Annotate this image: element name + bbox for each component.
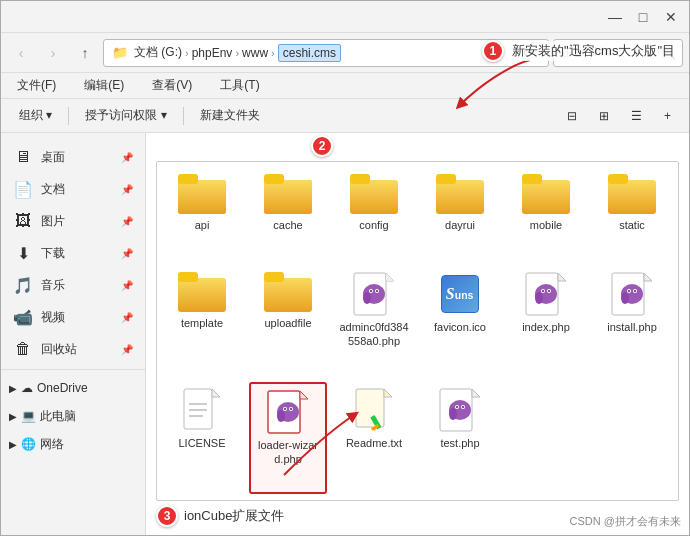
- watermark: CSDN @拼才会有未来: [570, 514, 681, 529]
- file-item-config[interactable]: config: [335, 168, 413, 258]
- forward-button[interactable]: ›: [39, 39, 67, 67]
- file-item-license[interactable]: LICENSE: [163, 382, 241, 494]
- svg-marker-38: [644, 273, 652, 281]
- sidebar-network[interactable]: ▶ 🌐 网络: [1, 430, 145, 458]
- svg-point-40: [621, 292, 629, 304]
- file-name-loader: loader-wizard.php: [255, 438, 321, 467]
- file-item-testphp[interactable]: test.php: [421, 382, 499, 494]
- file-item-favicon[interactable]: S uns favicon.ico: [421, 266, 499, 374]
- pin-icon: 📌: [121, 152, 133, 163]
- svg-marker-51: [300, 391, 308, 399]
- svg-marker-20: [386, 273, 394, 281]
- file-item-api[interactable]: api: [163, 168, 241, 258]
- dropdown-button[interactable]: ▾: [486, 40, 512, 66]
- folder-icon-static: [608, 174, 656, 214]
- file-name-config: config: [359, 218, 388, 232]
- sidebar-item-recycle[interactable]: 🗑 回收站 📌: [1, 333, 145, 365]
- pictures-icon: 🖼: [13, 212, 33, 230]
- close-button[interactable]: ✕: [661, 7, 681, 27]
- maximize-button[interactable]: □: [633, 7, 653, 27]
- folder-icon-uploadfile: [264, 272, 312, 312]
- file-item-readme[interactable]: Readme.txt: [335, 382, 413, 494]
- svg-rect-17: [264, 272, 284, 282]
- svg-rect-16: [264, 278, 312, 312]
- file-item-loader[interactable]: loader-wizard.php: [249, 382, 327, 494]
- php-icon-test: [439, 388, 481, 432]
- file-item-dayrui[interactable]: dayrui: [421, 168, 499, 258]
- annotation-3-text: ionCube扩展文件: [184, 507, 284, 525]
- sidebar: 🖥 桌面 📌 📄 文档 📌 🖼 图片 📌 ⬇ 下载 📌 🎵 音乐: [1, 133, 146, 535]
- svg-rect-10: [522, 180, 570, 214]
- sidebar-item-downloads[interactable]: ⬇ 下载 📌: [1, 237, 145, 269]
- svg-point-69: [456, 406, 458, 408]
- svg-rect-58: [356, 389, 384, 427]
- file-item-cache[interactable]: cache: [249, 168, 327, 258]
- svg-rect-5: [264, 174, 284, 184]
- svg-point-53: [277, 410, 285, 422]
- search-box[interactable]: 在 ceshi.c... 🔍: [553, 39, 683, 67]
- sidebar-label-videos: 视频: [41, 309, 113, 326]
- back-button[interactable]: ‹: [7, 39, 35, 67]
- organize-button[interactable]: 组织 ▾: [11, 103, 60, 129]
- menu-edit[interactable]: 编辑(E): [76, 73, 132, 99]
- sidebar-item-documents[interactable]: 📄 文档 📌: [1, 173, 145, 205]
- chevron-icon-3: ▶: [9, 439, 17, 450]
- sidebar-item-music[interactable]: 🎵 音乐 📌: [1, 269, 145, 301]
- menu-tools[interactable]: 工具(T): [212, 73, 267, 99]
- file-grid: api cache: [156, 161, 679, 501]
- address-folder-icon: 📁: [112, 45, 128, 60]
- file-item-installphp[interactable]: install.php: [593, 266, 671, 374]
- svg-point-57: [290, 408, 292, 410]
- annotation-2: 2: [311, 135, 333, 157]
- thispc-label: 此电脑: [40, 408, 76, 425]
- file-item-static[interactable]: static: [593, 168, 671, 258]
- svg-rect-13: [608, 174, 628, 184]
- file-name-readme: Readme.txt: [346, 436, 402, 450]
- pin-icon-6: 📌: [121, 312, 133, 323]
- refresh-button[interactable]: ↻: [514, 40, 540, 66]
- folder-icon-template: [178, 272, 226, 312]
- php-icon-loader: [267, 390, 309, 434]
- path-segment-1[interactable]: 文档 (G:): [134, 44, 182, 61]
- svg-point-32: [535, 292, 543, 304]
- file-item-uploadfile[interactable]: uploadfile: [249, 266, 327, 374]
- view-toggle-button[interactable]: ⊞: [591, 103, 617, 129]
- sidebar-onedrive[interactable]: ▶ ☁ OneDrive: [1, 374, 145, 402]
- thispc-icon: 💻: [21, 409, 36, 423]
- documents-icon: 📄: [13, 180, 33, 199]
- sidebar-item-desktop[interactable]: 🖥 桌面 📌: [1, 141, 145, 173]
- svg-point-44: [634, 290, 636, 292]
- svg-rect-14: [178, 278, 226, 312]
- svg-point-43: [628, 290, 630, 292]
- path-segment-3[interactable]: www: [242, 46, 268, 60]
- path-sep-3: ›: [271, 47, 275, 59]
- annotation-bubble-3: 3: [156, 505, 178, 527]
- menu-file[interactable]: 文件(F): [9, 73, 64, 99]
- sidebar-thispc[interactable]: ▶ 💻 此电脑: [1, 402, 145, 430]
- view-options-button[interactable]: ⊟: [559, 103, 585, 129]
- address-bar[interactable]: 📁 文档 (G:) › phpEnv › www › ceshi.cms ▾ ↻: [103, 39, 549, 67]
- file-name-static: static: [619, 218, 645, 232]
- up-button[interactable]: ↑: [71, 39, 99, 67]
- minimize-button[interactable]: —: [605, 7, 625, 27]
- file-item-template[interactable]: template: [163, 266, 241, 374]
- file-name-adminphp: adminc0fd384558a0.php: [339, 320, 409, 349]
- php-icon-install: [611, 272, 653, 316]
- svg-rect-7: [350, 174, 370, 184]
- sidebar-item-videos[interactable]: 📹 视频 📌: [1, 301, 145, 333]
- details-button[interactable]: ☰: [623, 103, 650, 129]
- path-sep-2: ›: [235, 47, 239, 59]
- file-item-adminphp[interactable]: adminc0fd384558a0.php: [335, 266, 413, 374]
- add-button[interactable]: +: [656, 103, 679, 129]
- file-item-mobile[interactable]: mobile: [507, 168, 585, 258]
- file-name-dayrui: dayrui: [445, 218, 475, 232]
- menu-view[interactable]: 查看(V): [144, 73, 200, 99]
- address-bar-row: ‹ › ↑ 📁 文档 (G:) › phpEnv › www › ceshi.c…: [1, 33, 689, 73]
- new-folder-button[interactable]: 新建文件夹: [192, 103, 268, 129]
- sidebar-item-pictures[interactable]: 🖼 图片 📌: [1, 205, 145, 237]
- file-item-indexphp[interactable]: index.php: [507, 266, 585, 374]
- path-segment-active[interactable]: ceshi.cms: [278, 44, 341, 62]
- access-control-button[interactable]: 授予访问权限 ▾: [77, 103, 174, 129]
- network-icon: 🌐: [21, 437, 36, 451]
- path-segment-2[interactable]: phpEnv: [192, 46, 233, 60]
